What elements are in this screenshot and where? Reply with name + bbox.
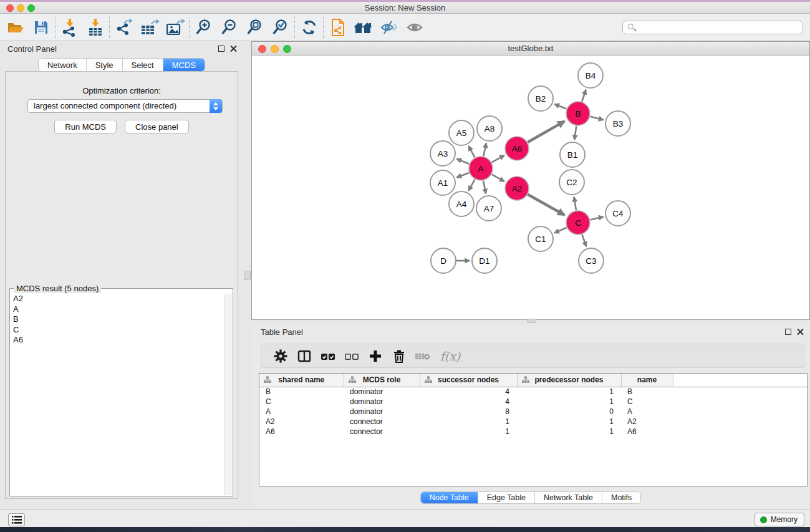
- graph-edge-B-B1[interactable]: [574, 126, 576, 140]
- list-item[interactable]: A: [11, 304, 224, 315]
- memory-button[interactable]: Memory: [755, 513, 804, 526]
- zoom-in-icon[interactable]: [191, 16, 216, 39]
- show-panels-button[interactable]: [8, 513, 25, 526]
- graph-node-A1[interactable]: A1: [430, 170, 455, 195]
- export-image-icon[interactable]: [162, 16, 188, 39]
- scrollbar-nub[interactable]: [244, 271, 251, 280]
- graph-edge-C-C3[interactable]: [582, 235, 587, 246]
- zoom-selected-icon[interactable]: [268, 16, 293, 39]
- graph-edge-A-A2[interactable]: [492, 175, 504, 181]
- list-item[interactable]: B: [11, 314, 224, 325]
- network-window-titlebar[interactable]: testGlobe.txt: [252, 42, 809, 56]
- graph-node-A6[interactable]: A6: [505, 137, 529, 160]
- graph-node-A[interactable]: A: [469, 157, 493, 180]
- list-item[interactable]: C: [11, 325, 224, 336]
- save-session-icon[interactable]: [28, 16, 54, 39]
- graph-node-A5[interactable]: A5: [449, 120, 474, 145]
- close-panel-button[interactable]: Close panel: [125, 120, 189, 133]
- hide-selected-icon[interactable]: [376, 16, 402, 39]
- graph-node-D[interactable]: D: [431, 248, 456, 273]
- graph-edge-A-A6[interactable]: [492, 155, 504, 162]
- zoom-out-icon[interactable]: [216, 16, 242, 39]
- window-titlebar[interactable]: Session: New Session: [0, 2, 810, 14]
- graph-node-B4[interactable]: B4: [578, 63, 603, 88]
- export-network-icon[interactable]: [111, 16, 137, 39]
- delete-table-icon[interactable]: [411, 346, 435, 367]
- graph-node-A4[interactable]: A4: [449, 191, 474, 216]
- list-item[interactable]: A2: [11, 294, 224, 304]
- export-table-icon[interactable]: [137, 16, 162, 39]
- graph-node-C3[interactable]: C3: [579, 248, 604, 273]
- graph-edge-A-A8[interactable]: [483, 143, 486, 156]
- network-canvas[interactable]: B4B2BB3A5A8A6A3B1AA1C2A2A4A7C4CC1C3DD1: [252, 56, 809, 319]
- graph-edge-B-B3[interactable]: [590, 117, 603, 120]
- graph-edge-C-C4[interactable]: [590, 216, 603, 220]
- settings-gear-icon[interactable]: [269, 346, 292, 367]
- tab-motifs[interactable]: Motifs: [602, 492, 640, 503]
- graph-node-C2[interactable]: C2: [559, 170, 584, 195]
- tab-select[interactable]: Select: [123, 59, 163, 71]
- close-table-panel-icon[interactable]: [797, 328, 804, 335]
- graph-node-B3[interactable]: B3: [605, 111, 630, 136]
- optimization-criterion-select[interactable]: largest connected component (directed): [27, 99, 223, 113]
- table-row[interactable]: Bdominator41B: [259, 387, 807, 397]
- column-header-name[interactable]: name: [621, 374, 673, 387]
- graph-edge-B-B4[interactable]: [582, 90, 586, 102]
- splitter-handle[interactable]: [527, 319, 536, 323]
- column-header-mcds-role[interactable]: MCDS role: [344, 374, 420, 387]
- column-chooser-icon[interactable]: [292, 346, 316, 367]
- table-row[interactable]: Cdominator41C: [259, 397, 807, 407]
- refresh-icon[interactable]: [296, 16, 322, 39]
- tab-mcds[interactable]: MCDS: [163, 59, 205, 71]
- search-input[interactable]: [622, 21, 803, 34]
- first-neighbors-icon[interactable]: [350, 16, 376, 39]
- graph-node-C1[interactable]: C1: [528, 226, 553, 251]
- graph-edge-A-A3[interactable]: [456, 159, 469, 164]
- column-header-shared-name[interactable]: shared name: [259, 374, 344, 387]
- graph-node-C4[interactable]: C4: [605, 201, 630, 226]
- add-column-icon[interactable]: [364, 346, 387, 367]
- tab-network[interactable]: Network: [39, 59, 87, 71]
- graph-node-B[interactable]: B: [566, 102, 590, 125]
- graph-node-B1[interactable]: B1: [560, 142, 585, 167]
- select-all-icon[interactable]: [316, 346, 340, 367]
- graph-node-A7[interactable]: A7: [476, 196, 501, 221]
- import-network-icon[interactable]: [57, 16, 82, 39]
- graph-edge-A-A5[interactable]: [468, 146, 475, 157]
- graph-edge-A-A1[interactable]: [456, 173, 469, 177]
- column-header-successor-nodes[interactable]: successor nodes: [420, 374, 517, 387]
- table-row[interactable]: A6connector11A6: [259, 427, 807, 437]
- import-table-icon[interactable]: [82, 16, 108, 39]
- function-builder-icon[interactable]: f(x): [435, 346, 466, 367]
- table-row[interactable]: A2connector11A2: [259, 417, 807, 427]
- graph-node-C[interactable]: C: [566, 211, 590, 235]
- graph-node-B2[interactable]: B2: [528, 86, 553, 111]
- deselect-all-icon[interactable]: [340, 346, 364, 367]
- graph-node-A8[interactable]: A8: [477, 116, 502, 141]
- run-mcds-button[interactable]: Run MCDS: [54, 120, 117, 133]
- graph-node-A3[interactable]: A3: [430, 141, 455, 166]
- zoom-fit-icon[interactable]: [242, 16, 268, 39]
- graph-edge-A6-B[interactable]: [528, 121, 564, 142]
- graph-edge-C-C1[interactable]: [554, 228, 567, 233]
- graph-edge-B-B2[interactable]: [554, 104, 566, 109]
- show-all-icon[interactable]: [402, 16, 427, 39]
- tab-network-table[interactable]: Network Table: [535, 492, 602, 503]
- delete-column-icon[interactable]: [387, 346, 411, 367]
- open-session-icon[interactable]: [2, 16, 28, 39]
- scrollbar[interactable]: [224, 294, 232, 495]
- float-panel-icon[interactable]: [218, 46, 224, 52]
- tab-node-table[interactable]: Node Table: [421, 492, 478, 503]
- column-header-predecessor-nodes[interactable]: predecessor nodes: [517, 374, 621, 387]
- graph-node-D1[interactable]: D1: [472, 248, 497, 273]
- float-table-panel-icon[interactable]: [785, 329, 791, 335]
- table-row[interactable]: Adominator80A: [259, 407, 807, 417]
- new-network-icon[interactable]: [325, 16, 350, 39]
- graph-edge-C-C2[interactable]: [574, 197, 576, 211]
- close-panel-icon[interactable]: [230, 45, 237, 52]
- tab-edge-table[interactable]: Edge Table: [478, 492, 535, 503]
- graph-edge-A-A7[interactable]: [483, 181, 486, 194]
- graph-edge-A-A4[interactable]: [468, 180, 475, 191]
- list-item[interactable]: A6: [11, 335, 224, 346]
- graph-node-A2[interactable]: A2: [505, 177, 529, 200]
